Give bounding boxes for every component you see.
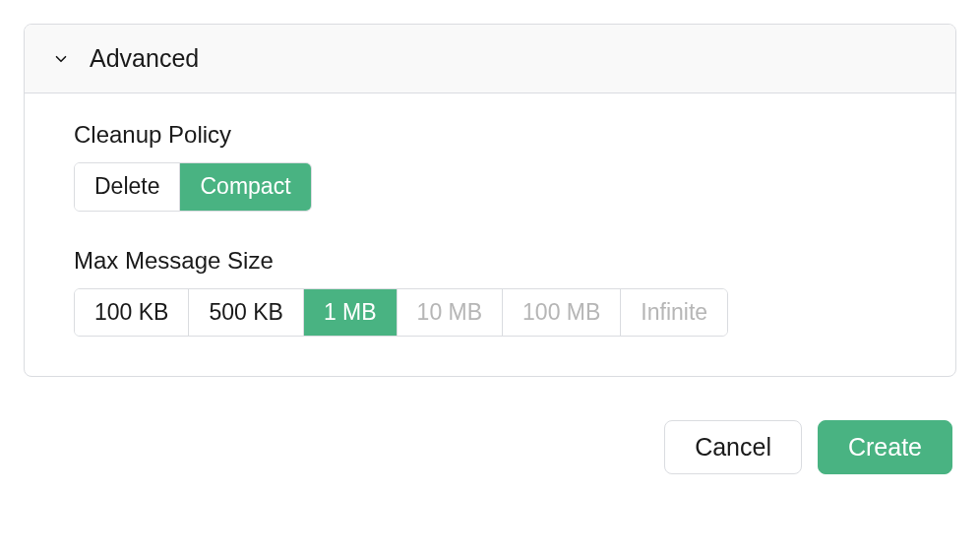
max-message-size-option-500kb[interactable]: 500 KB bbox=[188, 289, 302, 337]
max-message-size-label: Max Message Size bbox=[74, 247, 906, 275]
max-message-size-segmented: 100 KB 500 KB 1 MB 10 MB 100 MB Infinite bbox=[74, 288, 728, 338]
advanced-panel-title: Advanced bbox=[90, 44, 199, 73]
cleanup-policy-option-compact[interactable]: Compact bbox=[179, 163, 310, 211]
cleanup-policy-label: Cleanup Policy bbox=[74, 121, 906, 149]
cancel-button[interactable]: Cancel bbox=[664, 420, 802, 474]
max-message-size-option-infinite: Infinite bbox=[620, 289, 727, 337]
advanced-panel-body: Cleanup Policy Delete Compact Max Messag… bbox=[25, 93, 955, 376]
max-message-size-group: Max Message Size 100 KB 500 KB 1 MB 10 M… bbox=[74, 247, 906, 338]
advanced-panel-header[interactable]: Advanced bbox=[25, 25, 955, 93]
create-button[interactable]: Create bbox=[818, 420, 952, 474]
chevron-down-icon bbox=[52, 50, 70, 68]
cleanup-policy-segmented: Delete Compact bbox=[74, 162, 312, 212]
advanced-panel: Advanced Cleanup Policy Delete Compact M… bbox=[24, 24, 956, 377]
cleanup-policy-group: Cleanup Policy Delete Compact bbox=[74, 121, 906, 212]
cleanup-policy-option-delete[interactable]: Delete bbox=[75, 163, 179, 211]
max-message-size-option-1mb[interactable]: 1 MB bbox=[303, 289, 397, 337]
footer-actions: Cancel Create bbox=[24, 420, 956, 474]
max-message-size-option-10mb: 10 MB bbox=[397, 289, 502, 337]
max-message-size-option-100kb[interactable]: 100 KB bbox=[75, 289, 188, 337]
max-message-size-option-100mb: 100 MB bbox=[502, 289, 620, 337]
